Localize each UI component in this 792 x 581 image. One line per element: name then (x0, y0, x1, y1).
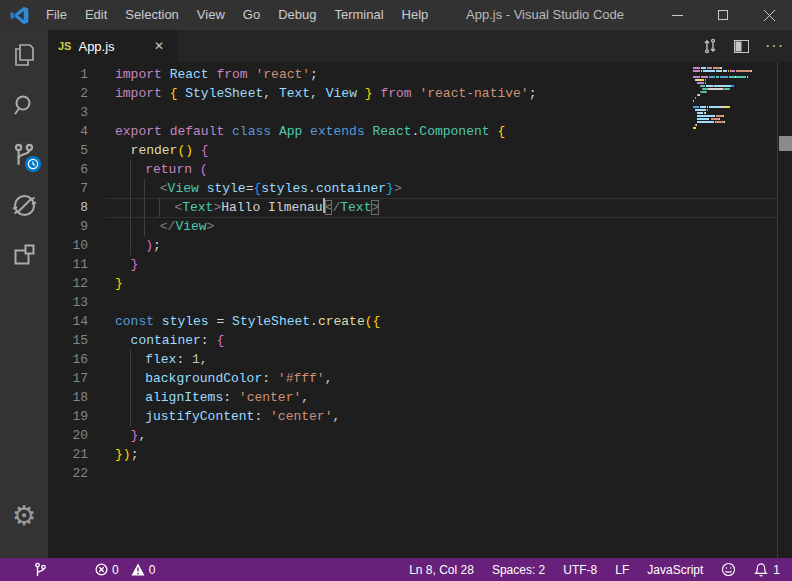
code-line[interactable]: 2import { StyleSheet, Text, View } from … (48, 84, 792, 103)
line-number: 12 (48, 274, 88, 293)
menu-debug[interactable]: Debug (269, 0, 325, 30)
code-line[interactable]: 13 (48, 293, 792, 312)
sidebar-item-debug[interactable] (0, 180, 48, 230)
language-mode[interactable]: JavaScript (647, 563, 703, 577)
menu-file[interactable]: File (37, 0, 76, 30)
editor-pane[interactable]: 1import React from 'react';2import { Sty… (48, 62, 792, 558)
code-line[interactable]: 4export default class App extends React.… (48, 122, 792, 141)
gear-icon: ⚙ (12, 502, 36, 529)
minimize-button[interactable] (654, 0, 700, 30)
indentation-setting[interactable]: Spaces: 2 (492, 563, 545, 577)
menu-edit[interactable]: Edit (76, 0, 116, 30)
window-controls (654, 0, 792, 30)
line-number: 8 (48, 198, 88, 217)
line-number: 13 (48, 293, 88, 312)
sidebar-item-extensions[interactable] (0, 230, 48, 280)
search-icon (11, 92, 37, 118)
javascript-file-icon: JS (58, 40, 71, 52)
tab-strip: JS App.js ✕ ··· (48, 30, 792, 62)
warning-count: 0 (149, 563, 156, 577)
eol-setting[interactable]: LF (615, 563, 629, 577)
vscode-window: File Edit Selection View Go Debug Termin… (0, 0, 792, 581)
problems-indicator[interactable]: 0 0 (95, 563, 163, 577)
line-number: 20 (48, 426, 88, 445)
encoding-setting[interactable]: UTF-8 (563, 563, 597, 577)
sync-changes-icon[interactable] (702, 38, 718, 54)
bell-icon (754, 562, 768, 577)
code-line[interactable]: 12} (48, 274, 792, 293)
tab-label: App.js (78, 39, 149, 54)
window-title: App.js - Visual Studio Code (466, 0, 624, 30)
error-icon (95, 563, 108, 576)
code-line[interactable]: 7 <View style={styles.container}> (48, 179, 792, 198)
code-line[interactable]: 9 </View> (48, 217, 792, 236)
code-line[interactable]: 19 justifyContent: 'center', (48, 407, 792, 426)
tab-close-icon[interactable]: ✕ (150, 37, 168, 55)
line-number: 15 (48, 331, 88, 350)
code-lines: 1import React from 'react';2import { Sty… (48, 65, 792, 483)
close-window-button[interactable] (746, 0, 792, 30)
code-line[interactable]: 11 } (48, 255, 792, 274)
notifications-bell[interactable]: 1 (754, 562, 780, 577)
code-line[interactable]: 1import React from 'react'; (48, 65, 792, 84)
tab-appjs[interactable]: JS App.js ✕ (48, 30, 178, 62)
line-number: 16 (48, 350, 88, 369)
code-line[interactable]: 6 return ( (48, 160, 792, 179)
code-line[interactable]: 5 render() { (48, 141, 792, 160)
menu-help[interactable]: Help (393, 0, 438, 30)
code-line[interactable]: 17 backgroundColor: '#fff', (48, 369, 792, 388)
line-number: 3 (48, 103, 88, 122)
line-number: 14 (48, 312, 88, 331)
line-number: 18 (48, 388, 88, 407)
line-number: 4 (48, 122, 88, 141)
menu-view[interactable]: View (188, 0, 234, 30)
sidebar-item-search[interactable] (0, 80, 48, 130)
line-number: 22 (48, 464, 88, 483)
menu-selection[interactable]: Selection (116, 0, 187, 30)
warning-icon (131, 563, 145, 576)
extensions-icon (11, 242, 37, 268)
activity-bar: ⚙ (0, 30, 48, 558)
debug-icon (11, 192, 38, 219)
explorer-icon (11, 42, 37, 68)
code-line[interactable]: 22 (48, 464, 792, 483)
code-line[interactable]: 15 container: { (48, 331, 792, 350)
menu-terminal[interactable]: Terminal (325, 0, 392, 30)
settings-button[interactable]: ⚙ (0, 490, 48, 540)
line-number: 2 (48, 84, 88, 103)
status-bar: 0 0 Ln 8, Col 28 Spaces: 2 UTF-8 LF Java… (0, 558, 792, 581)
code-line[interactable]: 18 alignItems: 'center', (48, 388, 792, 407)
line-number: 6 (48, 160, 88, 179)
line-number: 9 (48, 217, 88, 236)
split-editor-icon[interactable] (734, 40, 749, 53)
line-number: 5 (48, 141, 88, 160)
code-line[interactable]: 3 (48, 103, 792, 122)
minimap[interactable] (693, 67, 777, 187)
line-number: 11 (48, 255, 88, 274)
sidebar-item-source-control[interactable] (0, 130, 48, 180)
maximize-button[interactable] (700, 0, 746, 30)
cursor-position[interactable]: Ln 8, Col 28 (409, 563, 474, 577)
code-line[interactable]: 20 }, (48, 426, 792, 445)
editor-actions: ··· (702, 30, 784, 62)
line-number: 1 (48, 65, 88, 84)
title-bar: File Edit Selection View Go Debug Termin… (0, 0, 792, 30)
vscode-logo-icon (9, 5, 29, 25)
line-number: 19 (48, 407, 88, 426)
status-bar-left: 0 0 (0, 562, 163, 577)
code-line[interactable]: 10 ); (48, 236, 792, 255)
git-branch-icon[interactable] (34, 562, 47, 577)
scm-clock-badge (25, 156, 41, 172)
sidebar-item-explorer[interactable] (0, 30, 48, 80)
code-line[interactable]: 8 <Text>Hallo Ilmenau</Text> (48, 198, 792, 217)
notification-count: 1 (773, 563, 780, 577)
menu-go[interactable]: Go (234, 0, 269, 30)
menu-bar: File Edit Selection View Go Debug Termin… (37, 0, 437, 30)
line-number: 17 (48, 369, 88, 388)
code-line[interactable]: 14const styles = StyleSheet.create({ (48, 312, 792, 331)
more-actions-icon[interactable]: ··· (765, 37, 784, 55)
code-line[interactable]: 16 flex: 1, (48, 350, 792, 369)
line-number: 21 (48, 445, 88, 464)
feedback-smiley-icon[interactable] (721, 562, 736, 577)
code-line[interactable]: 21}); (48, 445, 792, 464)
